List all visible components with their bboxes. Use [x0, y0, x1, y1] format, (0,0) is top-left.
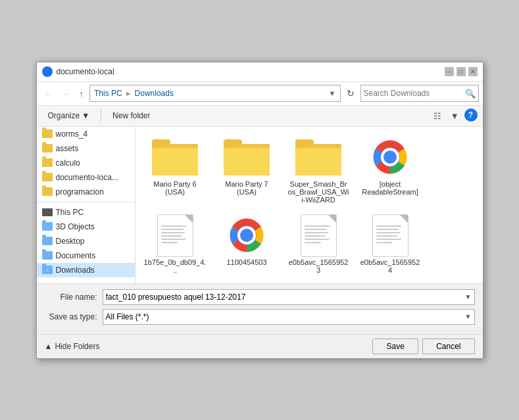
minimize-button[interactable]: ─ [445, 67, 454, 76]
search-icon[interactable]: 🔍 [465, 89, 476, 99]
big-folder-icon [152, 139, 198, 175]
breadcrumb-downloads[interactable]: Downloads [135, 89, 174, 98]
folder-icon-wrap [151, 136, 199, 179]
folder-icon-wrap [295, 136, 342, 179]
savetype-label: Save as type: [45, 312, 97, 321]
big-folder-icon [295, 139, 341, 175]
back-button[interactable]: ← [41, 87, 56, 101]
view-buttons: ☷ ▼ ? [430, 108, 478, 124]
sidebar-item-label: Desktop [56, 237, 85, 246]
hide-folders-arrow: ▲ [45, 342, 53, 351]
organize-button[interactable]: Organize ▼ [42, 108, 96, 123]
chrome-icon [369, 136, 411, 178]
list-item[interactable]: e0b5avc_15659523 [284, 210, 353, 278]
organize-label: Organize [48, 111, 80, 120]
cancel-button[interactable]: Cancel [422, 338, 474, 354]
savetype-dropdown[interactable]: ▼ [465, 313, 472, 320]
sidebar: worms_4 assets calculo documento-loca...… [37, 127, 136, 283]
list-item[interactable]: Mario Party 7(USA) [212, 132, 282, 208]
sidebar-item-label: Downloads [56, 266, 95, 275]
sidebar-item-label: documento-loca... [56, 173, 118, 182]
doc-file-icon [301, 214, 337, 257]
savetype-value: All Files (*.*) [106, 312, 465, 321]
folder-icon [42, 187, 53, 196]
chrome-icon-wrap [223, 214, 270, 257]
sidebar-item-3dobjects[interactable]: 3D Objects [37, 220, 135, 234]
sidebar-divider [37, 202, 135, 202]
list-item[interactable]: 1b75e_0b_db09_4... [141, 210, 210, 278]
sidebar-item-label: Documents [56, 251, 96, 260]
folder-icon [42, 144, 53, 152]
savetype-select-wrap[interactable]: All Files (*.*) ▼ [103, 309, 475, 325]
list-item[interactable]: 1100454503 [212, 210, 282, 278]
refresh-button[interactable]: ↻ [343, 86, 358, 101]
sidebar-item-worms4[interactable]: worms_4 [37, 127, 135, 141]
new-folder-button[interactable]: New folder [107, 108, 156, 123]
filename-label: File name: [45, 292, 97, 302]
file-label: e0b5avc_15659524 [359, 258, 422, 274]
breadcrumb[interactable]: This PC ► Downloads ▼ [89, 85, 341, 102]
file-label: [objectReadableStream] [362, 180, 418, 196]
folder-icon [42, 173, 53, 181]
sidebar-item-desktop[interactable]: Desktop [37, 234, 135, 248]
filename-row: File name: ▼ [45, 289, 475, 305]
file-dialog-window: documento-local ─ □ ✕ ← → ↑ This PC ► Do… [36, 62, 483, 359]
view-mode-button[interactable]: ☷ [430, 108, 445, 124]
file-grid: Mario Party 6(USA) Mario Party 7(USA) [136, 127, 483, 283]
sidebar-item-programacion[interactable]: programacion [37, 185, 135, 199]
search-input[interactable] [364, 89, 465, 98]
doc-file-icon [157, 214, 193, 257]
save-button[interactable]: Save [372, 338, 418, 354]
sidebar-item-calculo[interactable]: calculo [37, 156, 135, 170]
list-item[interactable]: e0b5avc_15659524 [356, 210, 425, 278]
savetype-row: Save as type: All Files (*.*) ▼ [45, 309, 475, 325]
footer: ▲ Hide Folders Save Cancel [37, 334, 483, 358]
bottom-form: File name: ▼ Save as type: All Files (*.… [37, 283, 483, 334]
file-label: e0b5avc_15659523 [287, 258, 350, 274]
hide-folders-button[interactable]: ▲ Hide Folders [45, 342, 100, 351]
list-item[interactable]: Super_Smash_Bros_Brawl_USA_Wii-WiiZARD [284, 132, 353, 208]
sidebar-item-assets[interactable]: assets [37, 141, 135, 156]
sidebar-item-documents[interactable]: Documents [37, 248, 135, 263]
breadcrumb-dropdown[interactable]: ▼ [329, 89, 336, 97]
forward-button[interactable]: → [59, 87, 74, 101]
doc-icon-wrap [151, 214, 199, 257]
big-folder-icon [224, 139, 270, 175]
chrome-icon-wrap [366, 136, 414, 179]
window-title: documento-local [57, 67, 445, 76]
breadcrumb-thispc[interactable]: This PC [94, 89, 122, 98]
sidebar-item-label: 3D Objects [56, 222, 95, 231]
sidebar-item-label: calculo [56, 158, 80, 168]
organize-arrow: ▼ [82, 111, 89, 120]
sidebar-item-downloads[interactable]: ↓ Downloads [37, 263, 135, 277]
svg-point-3 [383, 151, 397, 164]
up-button[interactable]: ↑ [76, 87, 87, 101]
sidebar-item-thispc[interactable]: This PC [37, 205, 135, 220]
maximize-button[interactable]: □ [457, 67, 466, 76]
close-button[interactable]: ✕ [468, 67, 478, 76]
file-label: 1b75e_0b_db09_4... [144, 258, 207, 274]
folder-blue-icon [42, 237, 53, 245]
filename-input-wrap: ▼ [103, 289, 475, 305]
svg-point-7 [240, 229, 253, 242]
address-bar: ← → ↑ This PC ► Downloads ▼ ↻ 🔍 [37, 82, 483, 106]
file-label: Mario Party 7(USA) [225, 180, 268, 196]
filename-input[interactable] [106, 292, 465, 302]
sidebar-item-label: programacion [56, 187, 104, 197]
file-label: Super_Smash_Bros_Brawl_USA_Wii-WiiZARD [288, 180, 349, 204]
doc-icon-wrap [366, 214, 414, 257]
filename-dropdown[interactable]: ▼ [465, 293, 472, 300]
help-button[interactable]: ? [464, 108, 478, 122]
sidebar-item-label: assets [56, 144, 79, 153]
list-item[interactable]: [objectReadableStream] [356, 132, 425, 208]
file-label: 1100454503 [226, 258, 266, 266]
search-box[interactable]: 🔍 [360, 85, 479, 102]
view-dropdown-button[interactable]: ▼ [447, 108, 463, 124]
sidebar-item-documento[interactable]: documento-loca... [37, 170, 135, 185]
folder-icon [42, 158, 53, 167]
folder-icon [42, 129, 53, 138]
list-item[interactable]: Mario Party 6(USA) [141, 132, 210, 208]
sidebar-item-label: This PC [56, 208, 84, 217]
window-controls: ─ □ ✕ [445, 67, 478, 76]
folder-icon-wrap [223, 136, 270, 179]
